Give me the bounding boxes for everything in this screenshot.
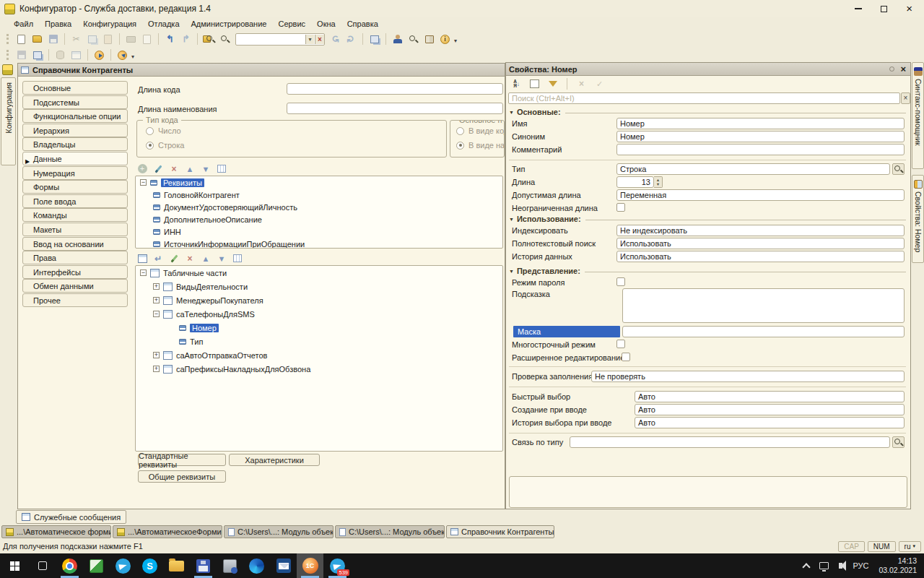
menu-help[interactable]: Справка [342,19,383,29]
move-down-icon[interactable]: ▼ [216,253,227,264]
tree-row[interactable]: +саПрефиксыНакладныхДляОбзвона [136,362,502,376]
taskbar-telegram-icon[interactable] [110,553,136,578]
maximize-icon[interactable] [881,6,887,12]
nav-tab-active[interactable]: ▶Данные [22,152,128,165]
network-icon[interactable] [819,562,829,569]
window-tab-active[interactable]: Справочник Контрагенты [446,525,554,538]
search-icon[interactable] [218,33,232,46]
sort-grid-icon[interactable] [216,163,227,174]
add-table-icon[interactable] [136,253,148,264]
cut-icon[interactable]: ✂ [69,33,83,46]
print-preview-icon[interactable] [140,33,154,46]
expand-icon[interactable]: + [153,297,160,303]
menu-debug[interactable]: Отладка [143,19,184,29]
info-icon[interactable]: i [438,33,452,46]
nav-tab[interactable]: Подсистемы [22,95,128,109]
move-down-icon[interactable]: ▼ [200,163,212,174]
nav-tab[interactable]: Функциональные опции [22,109,128,123]
unlimited-length-checkbox[interactable] [616,203,625,212]
nav-tab[interactable]: Нумерация [22,166,128,180]
nav-tab[interactable]: Макеты [22,223,128,236]
choice-history-field[interactable]: Авто [635,417,905,428]
find-prev-icon[interactable]: ↺ [344,33,358,46]
properties-titlebar[interactable]: Свойства: Номер × [506,63,910,76]
quick-choice-field[interactable]: Авто [635,391,905,402]
properties-search-input[interactable]: Поиск (Ctrl+Alt+I) [508,92,900,104]
type-link-choose-icon[interactable] [892,436,905,448]
tree-row[interactable]: ДополнительноеОписание [136,213,502,225]
open-icon[interactable] [30,33,44,46]
sort-alphabetical-icon[interactable]: АЯ↓ [510,78,523,90]
radio-as-code[interactable] [456,127,464,135]
tree-row[interactable]: −саТелефоныДляSMS [136,307,502,321]
advanced-edit-checkbox[interactable] [622,353,630,361]
edit-icon[interactable] [152,163,164,174]
taskbar-edge-icon[interactable] [243,553,270,578]
multiline-checkbox[interactable] [616,340,625,348]
dock-tab-syntax-helper[interactable]: Синтакс-помощник [912,62,924,169]
copy-icon[interactable] [85,33,99,46]
nav-tab[interactable]: Поле ввода [22,194,128,208]
tree-row[interactable]: ДокументУдостоверяющийЛичность [136,201,502,213]
create-on-input-field[interactable]: Авто [635,404,905,415]
name-field[interactable]: Номер [616,118,905,129]
nav-tab[interactable]: Формы [22,180,128,194]
index-field[interactable]: Не индексировать [616,225,905,236]
menu-windows[interactable]: Окна [312,19,341,29]
open-config-window-icon[interactable] [30,48,44,61]
volume-icon[interactable] [839,563,842,569]
nav-tab[interactable]: Команды [22,208,128,222]
continue-debug-icon[interactable] [116,48,129,61]
data-history-field[interactable]: Использовать [616,251,905,262]
pin-icon[interactable] [889,66,894,72]
tooltip-textarea[interactable] [622,288,905,323]
section-usage[interactable]: ▼Использование: [509,215,906,223]
menu-administration[interactable]: Администрирование [186,19,272,29]
characteristics-button[interactable]: Характеристики [229,454,320,466]
tree-row[interactable]: ГоловнойКонтрагент [136,189,502,201]
find-next-icon[interactable]: ↺ [328,33,342,46]
window-tab[interactable]: C:\Users\...: Модуль объекта [335,525,445,538]
taskbar-1c-shortcut-icon[interactable] [190,553,217,578]
sort-grid-icon[interactable] [232,253,243,264]
menu-service[interactable]: Сервис [273,19,310,29]
nav-tab[interactable]: Иерархия [22,124,128,137]
redo-icon[interactable]: ↱ [179,33,193,46]
comment-field[interactable] [616,144,905,155]
task-view-button[interactable] [29,553,56,578]
add-attribute-icon[interactable]: ↵ [152,253,164,264]
toolbar-overflow-icon[interactable]: ▾ [454,37,457,46]
section-main[interactable]: ▼Основные: [509,108,906,116]
radio-as-name[interactable] [456,142,464,150]
tree-row[interactable]: +МенеджерыПокупателя [136,293,502,307]
menu-file[interactable]: Файл [9,19,38,29]
find-in-files-icon[interactable] [202,33,216,46]
tree-row[interactable]: +саАвтоОтправкаОтчетов [136,348,502,362]
search-combo[interactable]: ▾ × [235,33,325,46]
taskbar-telegram-badged-icon[interactable]: 539 [324,553,351,578]
nav-tab[interactable]: Владельцы [22,137,128,151]
configuration-window-icon[interactable] [2,64,13,75]
tree-row-attributes-root[interactable]: − Реквизиты [136,176,502,189]
search-clear-icon[interactable]: × [901,92,910,104]
nav-tab[interactable]: Прочее [22,293,128,307]
tray-language[interactable]: РУС [853,561,868,570]
tree-row[interactable]: Тип [136,335,502,348]
start-debug-icon[interactable] [92,48,106,61]
save-icon[interactable] [46,33,60,46]
window-tab[interactable]: ...\Автоматическое формир... [1,525,111,538]
taskbar-explorer-icon[interactable] [163,553,190,578]
tree-row-selected[interactable]: Номер [136,321,502,335]
db-table-icon[interactable] [69,48,83,61]
radio-number[interactable] [146,127,154,135]
filter-icon[interactable] [546,78,559,90]
print-icon[interactable] [124,33,138,46]
start-button[interactable] [1,553,28,578]
combo-clear-icon[interactable]: × [315,35,324,44]
taskbar-mail-icon[interactable] [270,553,297,578]
service-messages-tab[interactable]: Служебные сообщения [16,510,126,524]
password-mode-checkbox[interactable] [616,277,625,286]
syntax-helper-icon[interactable] [391,33,404,46]
close-panel-icon[interactable]: × [900,64,906,74]
lang-indicator[interactable]: ru▾ [899,541,921,552]
